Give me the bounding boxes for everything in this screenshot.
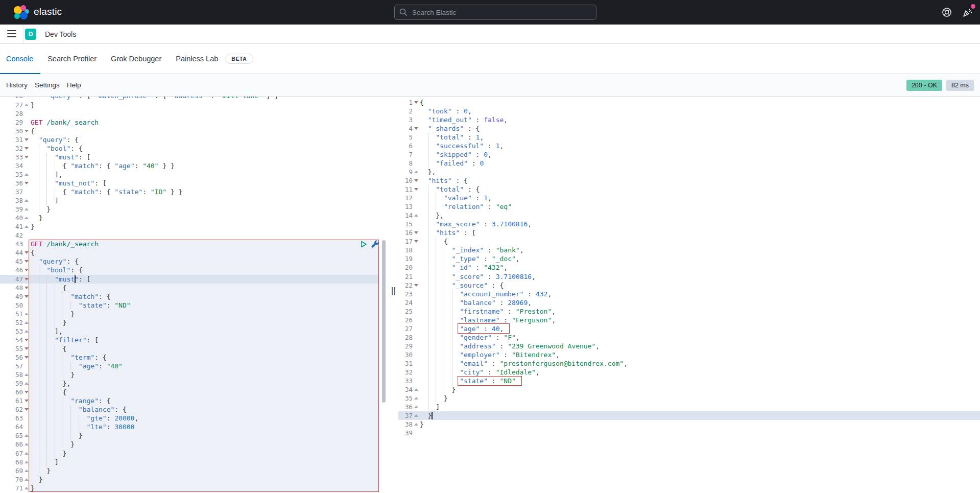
help-icon[interactable]: [940, 6, 953, 19]
tab-painless-lab[interactable]: Painless Lab BETA: [169, 44, 260, 74]
fold-close-icon[interactable]: [25, 443, 29, 445]
tab-search-profiler[interactable]: Search Profiler: [40, 44, 104, 74]
send-request-button[interactable]: [360, 240, 368, 248]
code-line: }: [31, 310, 75, 318]
global-search: [394, 5, 596, 20]
settings-menu[interactable]: Settings: [35, 81, 60, 89]
menu-icon[interactable]: [7, 30, 16, 38]
fold-close-icon[interactable]: [25, 452, 29, 455]
fold-open-icon[interactable]: [25, 295, 29, 298]
code-line: }: [420, 394, 448, 403]
fold-close-icon[interactable]: [25, 225, 29, 228]
code-line: }: [420, 420, 424, 429]
request-editor-pane[interactable]: 26"query" : { "match_phrase" : { "addres…: [0, 97, 388, 493]
fold-open-icon[interactable]: [25, 130, 29, 132]
resizer-handle: [392, 287, 393, 295]
line-number: 20: [398, 263, 413, 272]
fold-close-icon[interactable]: [25, 321, 29, 324]
fold-open-icon[interactable]: [25, 400, 29, 402]
line-number: 38: [0, 196, 23, 205]
fold-close-icon[interactable]: [25, 373, 29, 376]
fold-open-icon[interactable]: [414, 231, 418, 234]
fold-close-icon[interactable]: [414, 414, 418, 417]
response-pane[interactable]: 1{2"took" : 0,3"timed_out" : false,4"_sh…: [398, 97, 980, 493]
fold-close-icon[interactable]: [25, 330, 29, 333]
line-number: 56: [0, 353, 23, 362]
fold-close-icon[interactable]: [25, 104, 29, 106]
help-menu[interactable]: Help: [67, 81, 81, 89]
fold-open-icon[interactable]: [25, 278, 29, 280]
scrollbar-thumb[interactable]: [382, 240, 386, 403]
code-line: ]: [31, 196, 59, 205]
line-number: 30: [0, 127, 23, 135]
dev-tools-tabs: Console Search Profiler Grok Debugger Pa…: [0, 44, 980, 74]
fold-close-icon[interactable]: [25, 173, 29, 176]
code-line: GET /bank/_search: [31, 240, 99, 248]
code-line: "filter": [: [31, 336, 99, 344]
code-line: "_index" : "bank",: [420, 246, 523, 254]
pane-resizer[interactable]: [390, 97, 398, 493]
line-number: 29: [398, 342, 413, 350]
fold-close-icon[interactable]: [414, 423, 418, 426]
fold-open-icon[interactable]: [25, 408, 29, 411]
fold-close-icon[interactable]: [414, 406, 418, 408]
fold-close-icon[interactable]: [25, 469, 29, 472]
fold-close-icon[interactable]: [414, 397, 418, 400]
tab-console[interactable]: Console: [0, 44, 40, 74]
line-number: 62: [0, 405, 23, 414]
wrench-icon[interactable]: [371, 240, 379, 248]
fold-open-icon[interactable]: [414, 101, 418, 104]
fold-open-icon[interactable]: [25, 182, 29, 184]
fold-close-icon[interactable]: [414, 171, 418, 173]
fold-open-icon[interactable]: [25, 339, 29, 341]
beta-badge: BETA: [225, 54, 253, 64]
code-line: }: [31, 214, 42, 222]
line-number: 71: [0, 484, 23, 492]
code-line: {: [31, 284, 66, 292]
fold-close-icon[interactable]: [25, 208, 29, 210]
history-menu[interactable]: History: [6, 81, 28, 89]
fold-close-icon[interactable]: [25, 478, 29, 481]
response-status: 200 - OK 82 ms: [906, 80, 974, 91]
code-line: ],: [31, 170, 63, 179]
fold-open-icon[interactable]: [414, 179, 418, 182]
fold-close-icon[interactable]: [25, 487, 29, 489]
fold-close-icon[interactable]: [25, 217, 29, 219]
fold-open-icon[interactable]: [414, 240, 418, 243]
fold-close-icon[interactable]: [25, 434, 29, 437]
fold-open-icon[interactable]: [25, 391, 29, 393]
line-number: 31: [0, 135, 23, 144]
fold-open-icon[interactable]: [25, 356, 29, 359]
line-number: 42: [0, 231, 23, 240]
fold-open-icon[interactable]: [25, 260, 29, 263]
code-line: "lastname" : "Ferguson",: [420, 316, 556, 324]
code-line: "address" : "239 Greenwood Avenue",: [420, 342, 600, 350]
fold-close-icon[interactable]: [414, 214, 418, 217]
elastic-logo[interactable]: [14, 5, 29, 19]
fold-open-icon[interactable]: [25, 287, 29, 289]
fold-close-icon[interactable]: [25, 382, 29, 385]
fold-open-icon[interactable]: [25, 347, 29, 350]
fold-open-icon[interactable]: [25, 156, 29, 158]
fold-open-icon[interactable]: [414, 127, 418, 130]
fold-open-icon[interactable]: [25, 147, 29, 150]
fold-open-icon[interactable]: [25, 269, 29, 271]
fold-close-icon[interactable]: [25, 461, 29, 463]
fold-open-icon[interactable]: [414, 284, 418, 287]
tab-grok-debugger[interactable]: Grok Debugger: [104, 44, 169, 74]
space-avatar[interactable]: D: [25, 29, 36, 40]
search-input[interactable]: [394, 5, 596, 20]
console-menu-bar: History Settings Help 200 - OK 82 ms: [0, 74, 980, 97]
fold-close-icon[interactable]: [25, 199, 29, 202]
fold-open-icon[interactable]: [414, 188, 418, 191]
line-number: 66: [0, 440, 23, 449]
fold-close-icon[interactable]: [414, 388, 418, 391]
line-number: 2: [398, 107, 413, 115]
fold-close-icon[interactable]: [25, 313, 29, 315]
fold-open-icon[interactable]: [25, 251, 29, 254]
code-line: { "match": { "state": "ID" } }: [31, 187, 182, 196]
line-number: 47: [0, 275, 23, 284]
code-line: }: [31, 449, 66, 458]
newsfeed-icon[interactable]: [961, 6, 974, 19]
fold-open-icon[interactable]: [25, 138, 29, 141]
